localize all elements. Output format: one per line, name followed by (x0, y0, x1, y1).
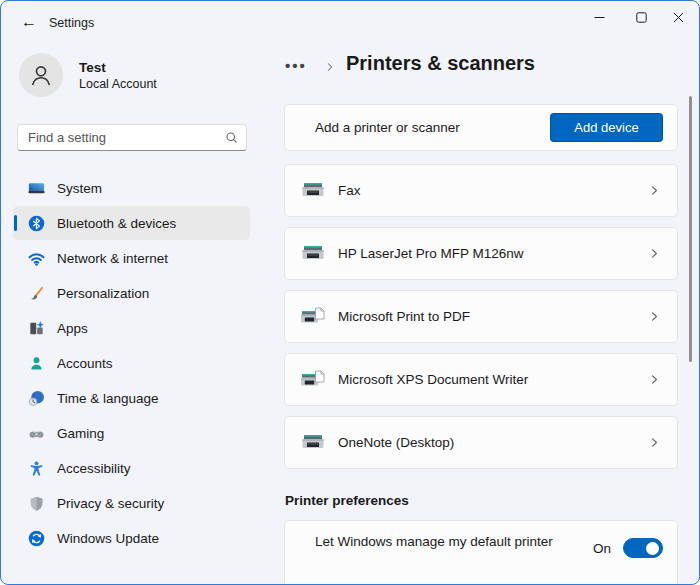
privacy-icon (27, 494, 46, 513)
chevron-right-icon (648, 247, 661, 260)
sidebar-item-apps[interactable]: Apps (13, 311, 250, 345)
minimize-icon (594, 12, 605, 23)
printer-preferences-heading: Printer preferences (285, 493, 409, 508)
default-printer-toggle[interactable] (623, 538, 663, 558)
scrollbar-thumb[interactable] (689, 96, 692, 362)
sidebar-nav: System Bluetooth & devices Network & int… (13, 171, 250, 556)
default-printer-card: Let Windows manage my default printer On (284, 520, 678, 585)
close-button[interactable] (658, 2, 698, 32)
network-icon (27, 249, 46, 268)
sidebar-item-time-language[interactable]: Time & language (13, 381, 250, 415)
chevron-right-icon (648, 436, 661, 449)
add-printer-card: Add a printer or scanner Add device (284, 104, 678, 151)
printer-row[interactable]: Microsoft XPS Document Writer (284, 353, 678, 406)
sidebar-item-windows-update[interactable]: Windows Update (13, 521, 250, 555)
close-icon (673, 12, 684, 23)
personalization-icon (27, 284, 46, 303)
printer-document-icon (300, 369, 326, 391)
time-language-icon (27, 389, 46, 408)
breadcrumb-chevron-icon (324, 61, 336, 73)
sidebar-item-accounts[interactable]: Accounts (13, 346, 250, 380)
account-card[interactable]: Test Local Account (19, 52, 249, 98)
printer-row[interactable]: Fax (284, 164, 678, 217)
apps-icon (27, 319, 46, 338)
bluetooth-icon (27, 214, 46, 233)
printer-icon (300, 243, 326, 265)
breadcrumb-ellipsis[interactable]: ••• (285, 57, 307, 74)
printer-document-icon (300, 306, 326, 328)
accounts-icon (27, 354, 46, 373)
page-title: Printers & scanners (346, 52, 535, 75)
person-icon (26, 60, 56, 90)
system-icon (27, 179, 46, 198)
settings-window: ← Settings Test Local Account System Blu… (0, 0, 700, 585)
toggle-state-label: On (593, 541, 611, 556)
printer-list: Fax HP LaserJet Pro MFP M126nw Microsoft… (284, 164, 678, 469)
sidebar-item-accessibility[interactable]: Accessibility (13, 451, 250, 485)
window-title: Settings (49, 16, 94, 30)
printer-icon (300, 180, 326, 202)
sidebar-item-gaming[interactable]: Gaming (13, 416, 250, 450)
printer-row[interactable]: Microsoft Print to PDF (284, 290, 678, 343)
maximize-icon (636, 12, 647, 23)
printer-row[interactable]: HP LaserJet Pro MFP M126nw (284, 227, 678, 280)
accessibility-icon (27, 459, 46, 478)
user-account-type: Local Account (79, 76, 157, 92)
sidebar-item-system[interactable]: System (13, 171, 250, 205)
printer-icon (300, 432, 326, 454)
add-device-button[interactable]: Add device (550, 113, 663, 142)
printer-row[interactable]: OneNote (Desktop) (284, 416, 678, 469)
windows-update-icon (27, 529, 46, 548)
chevron-right-icon (648, 310, 661, 323)
avatar (19, 53, 63, 97)
search-input[interactable] (17, 124, 247, 151)
sidebar-item-network-internet[interactable]: Network & internet (13, 241, 250, 275)
user-name: Test (79, 59, 157, 76)
default-printer-label: Let Windows manage my default printer (315, 532, 553, 551)
sidebar-item-personalization[interactable]: Personalization (13, 276, 250, 310)
gaming-icon (27, 424, 46, 443)
minimize-button[interactable] (579, 2, 619, 32)
sidebar-item-bluetooth-devices[interactable]: Bluetooth & devices (13, 206, 250, 240)
sidebar-item-privacy-security[interactable]: Privacy & security (13, 486, 250, 520)
add-printer-label: Add a printer or scanner (315, 120, 460, 135)
back-button[interactable]: ← (15, 9, 43, 35)
maximize-button[interactable] (621, 2, 661, 32)
chevron-right-icon (648, 373, 661, 386)
chevron-right-icon (648, 184, 661, 197)
